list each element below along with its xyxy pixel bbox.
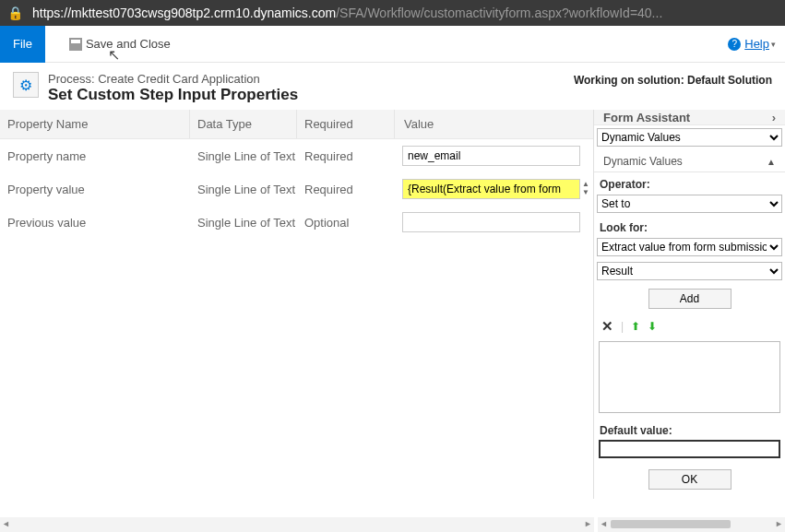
col-header-type[interactable]: Data Type <box>190 110 297 138</box>
lookfor-entity-select[interactable]: Extract value from form submission <box>597 238 782 256</box>
properties-grid: Property Name Data Type Required Value P… <box>0 110 594 499</box>
property-name-input[interactable] <box>402 146 580 166</box>
table-row: Property value Single Line of Text Requi… <box>0 172 593 206</box>
add-button[interactable]: Add <box>648 289 731 309</box>
col-header-required[interactable]: Required <box>297 110 395 138</box>
lock-icon: 🔒 <box>7 6 23 20</box>
cell-property-name: Property value <box>0 183 190 196</box>
form-assistant-panel: Form Assistant › Dynamic Values Dynamic … <box>594 110 785 499</box>
col-header-value[interactable]: Value <box>395 110 593 138</box>
dynamic-values-section-header[interactable]: Dynamic Values ▲ <box>594 149 785 171</box>
file-menu[interactable]: File <box>0 26 45 63</box>
delete-icon[interactable]: ✕ <box>601 318 613 335</box>
url-text: https://mkttest0703cwsg908tp2.crm10.dyna… <box>32 6 662 20</box>
cell-required: Required <box>297 149 395 163</box>
operator-select[interactable]: Set to <box>597 195 782 213</box>
cell-data-type: Single Line of Text <box>190 183 297 196</box>
save-and-close-button[interactable]: Save and Close ↖ <box>64 33 176 54</box>
spinner-icon[interactable]: ▲▼ <box>580 180 591 196</box>
cell-data-type: Single Line of Text <box>190 149 297 163</box>
address-bar: 🔒 https://mkttest0703cwsg908tp2.crm10.dy… <box>0 0 785 26</box>
process-breadcrumb: Process: Create Credit Card Application <box>48 72 298 86</box>
chevron-right-icon: › <box>772 111 776 124</box>
property-value-input[interactable] <box>402 179 580 199</box>
horizontal-scrollbars <box>0 517 785 532</box>
operator-label: Operator: <box>594 172 785 192</box>
cell-property-name: Previous value <box>0 216 190 230</box>
help-menu[interactable]: ? Help ▾ <box>728 37 776 51</box>
save-icon <box>69 38 82 51</box>
cell-required: Optional <box>297 216 395 230</box>
lookfor-attribute-select[interactable]: Result <box>597 262 782 280</box>
save-and-close-label: Save and Close <box>86 37 171 51</box>
table-row: Property name Single Line of Text Requir… <box>0 139 593 172</box>
default-value-label: Default value: <box>594 419 785 438</box>
caret-down-icon: ▾ <box>771 40 776 49</box>
move-down-icon[interactable]: ⬇ <box>648 320 657 333</box>
form-assistant-header[interactable]: Form Assistant › <box>594 110 785 125</box>
default-value-input[interactable] <box>599 440 780 458</box>
solution-label: Working on solution: Default Solution <box>574 74 772 87</box>
right-pane-scrollbar[interactable] <box>598 517 785 532</box>
lookfor-label: Look for: <box>594 216 785 235</box>
help-label: Help <box>744 37 769 51</box>
ribbon-bar: File Save and Close ↖ ? Help ▾ <box>0 26 785 63</box>
value-list-toolbar: ✕ | ⬆ ⬇ <box>594 314 785 338</box>
page-header: ⚙ Process: Create Credit Card Applicatio… <box>0 63 785 110</box>
chevron-up-icon: ▲ <box>767 157 776 167</box>
previous-value-input[interactable] <box>402 212 580 232</box>
value-list-textarea[interactable] <box>599 341 780 413</box>
help-icon: ? <box>728 38 741 51</box>
cell-property-name: Property name <box>0 149 190 163</box>
ok-button[interactable]: OK <box>648 469 731 490</box>
cell-required: Required <box>297 183 395 196</box>
dynamic-values-select[interactable]: Dynamic Values <box>597 128 782 147</box>
cell-data-type: Single Line of Text <box>190 216 297 230</box>
form-assistant-title: Form Assistant <box>603 111 690 124</box>
left-pane-scrollbar[interactable] <box>0 517 594 532</box>
grid-header-row: Property Name Data Type Required Value <box>0 110 593 139</box>
process-icon: ⚙ <box>13 72 39 98</box>
table-row: Previous value Single Line of Text Optio… <box>0 206 593 239</box>
page-title: Set Custom Step Input Properties <box>48 86 298 104</box>
col-header-name[interactable]: Property Name <box>0 110 190 138</box>
move-up-icon[interactable]: ⬆ <box>631 320 640 333</box>
